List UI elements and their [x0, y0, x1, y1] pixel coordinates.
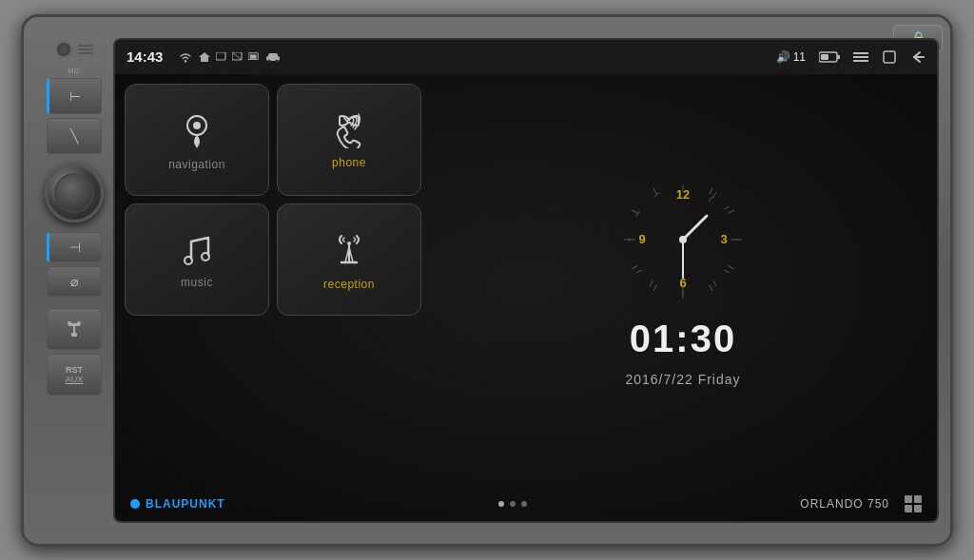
device-inner: MIC ⊢ ╲ ⊣ ⌀ — [35, 29, 939, 532]
brand-area: BLAUPUNKT — [130, 497, 225, 511]
left-panel: MIC ⊢ ╲ ⊣ ⌀ — [35, 33, 113, 528]
reception-tile[interactable]: reception — [277, 203, 421, 316]
svg-point-25 — [185, 257, 192, 264]
home-status-icon — [198, 50, 211, 64]
music-label: music — [181, 276, 213, 289]
svg-rect-16 — [837, 55, 840, 59]
svg-point-5 — [185, 60, 186, 62]
bottom-bar: BLAUPUNKT ORLANDO 750 — [115, 487, 937, 521]
svg-text:12: 12 — [676, 187, 690, 202]
svg-point-26 — [202, 253, 209, 261]
grid-view-icon[interactable] — [905, 495, 922, 512]
svg-line-46 — [710, 188, 713, 194]
svg-line-33 — [712, 192, 716, 199]
status-sq2-icon — [232, 52, 244, 62]
mic-label: MIC — [68, 68, 81, 74]
svg-line-55 — [632, 210, 637, 214]
window-icon[interactable] — [882, 50, 897, 64]
page-dot-1[interactable] — [498, 501, 504, 507]
side-button-3[interactable]: ⊣ — [47, 232, 102, 262]
status-icons — [178, 50, 768, 64]
svg-point-3 — [68, 321, 71, 325]
app-grid: navigation — [125, 84, 429, 477]
app-row-bottom: music — [125, 203, 429, 316]
phone-icon — [330, 110, 368, 148]
svg-rect-12 — [268, 53, 278, 58]
svg-rect-0 — [71, 333, 77, 337]
side-button-3-icon: ⊣ — [69, 240, 81, 255]
nav-icons — [819, 50, 925, 64]
mic-circle — [55, 41, 72, 58]
volume-icon: 🔊 — [776, 50, 790, 64]
status-bar: 14:43 — [115, 40, 937, 74]
phone-label: phone — [332, 156, 366, 169]
music-icon — [178, 230, 216, 268]
brand-name: BLAUPUNKT — [146, 497, 225, 511]
rst-label: RST — [66, 365, 83, 375]
svg-rect-17 — [821, 54, 828, 60]
clock-face-svg: 12 3 6 9 — [616, 173, 750, 306]
hour-hand — [683, 216, 707, 240]
digital-date: 2016/7/22 Friday — [625, 372, 740, 387]
svg-rect-59 — [914, 495, 922, 503]
rst-aux-button[interactable]: RST AUX — [47, 354, 102, 396]
side-button-1-icon: ⊢ — [69, 88, 81, 104]
analog-clock: 12 3 6 9 — [616, 173, 750, 306]
svg-rect-10 — [250, 54, 257, 58]
status-right: 🔊 11 — [776, 50, 925, 64]
navigation-tile[interactable]: navigation — [125, 84, 269, 196]
phone-tile[interactable]: phone — [277, 84, 421, 196]
svg-point-28 — [347, 241, 351, 245]
reception-label: reception — [323, 278, 375, 291]
svg-line-41 — [650, 280, 653, 286]
status-sq3-icon — [248, 52, 260, 62]
svg-point-4 — [77, 321, 81, 325]
reception-icon — [328, 228, 370, 270]
svg-line-40 — [713, 280, 716, 286]
side-button-2[interactable]: ╲ — [47, 118, 102, 154]
status-sq1-icon — [216, 52, 227, 62]
volume-indicator: 🔊 11 — [776, 50, 806, 64]
device-body: 🔒 MIC ⊢ ╲ — [21, 14, 953, 547]
svg-line-36 — [654, 193, 659, 197]
svg-line-38 — [724, 270, 730, 273]
svg-rect-60 — [905, 505, 912, 512]
status-car-icon — [264, 51, 282, 63]
mic-line-3 — [78, 52, 93, 54]
page-dot-2[interactable] — [510, 501, 516, 507]
svg-line-8 — [232, 52, 242, 60]
svg-line-56 — [653, 188, 657, 194]
music-tile[interactable]: music — [125, 203, 269, 316]
clock-section: 12 3 6 9 — [438, 84, 927, 477]
svg-line-50 — [710, 285, 713, 291]
svg-line-49 — [729, 266, 734, 270]
main-screen: 14:43 — [113, 38, 939, 523]
svg-point-24 — [193, 122, 201, 129]
svg-line-47 — [729, 210, 734, 214]
screen-content: 14:43 — [115, 40, 937, 521]
svg-line-52 — [653, 285, 657, 291]
side-button-4[interactable]: ⌀ — [47, 266, 102, 297]
volume-knob[interactable] — [45, 164, 104, 222]
menu-icon[interactable] — [853, 50, 868, 64]
usb-icon — [65, 319, 84, 338]
wifi-icon — [178, 51, 193, 63]
battery-icon — [819, 50, 840, 64]
svg-line-35 — [724, 206, 730, 209]
mic-lines — [78, 45, 93, 54]
page-dots — [498, 501, 527, 507]
side-button-2-icon: ╲ — [70, 128, 78, 144]
model-name: ORLANDO 750 — [800, 497, 889, 511]
status-time: 14:43 — [127, 48, 163, 65]
volume-level: 11 — [793, 50, 806, 64]
svg-line-39 — [636, 270, 642, 273]
brand-dot — [130, 499, 140, 509]
side-button-1[interactable]: ⊢ — [47, 78, 102, 114]
svg-line-34 — [709, 197, 712, 203]
page-dot-3[interactable] — [521, 501, 527, 507]
bottom-buttons: RST AUX — [47, 308, 102, 396]
usb-button[interactable] — [47, 308, 102, 350]
navigation-icon — [178, 108, 216, 150]
back-icon[interactable] — [910, 50, 925, 64]
svg-rect-61 — [914, 505, 922, 512]
